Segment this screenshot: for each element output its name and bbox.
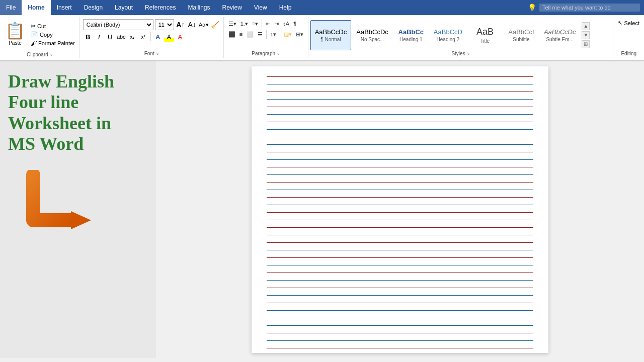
align-right-button[interactable]: ⬜	[245, 30, 255, 39]
worksheet-line	[267, 152, 533, 152]
editing-group-label: Editing	[616, 51, 641, 56]
superscript-button[interactable]: x²	[138, 32, 148, 42]
style-title[interactable]: AaB Title	[467, 20, 503, 50]
styles-scroll-up[interactable]: ▲	[582, 22, 590, 30]
bold-button[interactable]: B	[83, 32, 93, 42]
style-normal-label: ¶ Normal	[320, 37, 341, 42]
shading-button[interactable]: ▨▾	[282, 30, 293, 39]
styles-more[interactable]: ⊞	[582, 40, 590, 48]
editing-group: ↖ Select Editing	[613, 17, 644, 58]
font-name-select[interactable]: Calibri (Body)	[83, 19, 153, 30]
text-effects-button[interactable]: A	[153, 32, 163, 42]
align-left-button[interactable]: ⬛	[227, 30, 237, 39]
lightbulb-icon: 💡	[528, 4, 536, 12]
font-group: Calibri (Body) 11 A↑ A↓ Aα▾ 🧹 B I U abc …	[80, 17, 224, 58]
separator1	[150, 32, 151, 41]
sort-button[interactable]: ↕A	[281, 20, 291, 28]
worksheet-line	[267, 159, 533, 160]
worksheet-line	[267, 303, 533, 303]
multilevel-button[interactable]: ≡▾	[251, 20, 260, 28]
select-icon: ↖	[618, 20, 622, 26]
tab-review[interactable]: Review	[216, 0, 248, 15]
tab-insert[interactable]: Insert	[51, 0, 78, 15]
clipboard-group-label: Clipboard ↘	[3, 52, 76, 57]
left-panel: Draw English Four line Worksheet in MS W…	[0, 61, 156, 358]
show-formatting-button[interactable]: ¶	[292, 20, 298, 28]
search-area: 💡	[528, 0, 644, 15]
line-spacing-button[interactable]: ↕▾	[269, 30, 278, 39]
style-subtitle-label: Subtitle	[513, 37, 529, 42]
worksheet-line	[267, 174, 533, 175]
search-input[interactable]	[539, 4, 640, 12]
style-subtle-em[interactable]: AaBbCcDc Subtle Em...	[540, 20, 580, 50]
tab-home[interactable]: Home	[22, 0, 50, 15]
style-normal-preview: AaBbCcDc	[315, 28, 347, 36]
worksheet-line	[267, 137, 533, 137]
copy-button[interactable]: 📄 Copy	[29, 31, 76, 39]
increase-indent-button[interactable]: ⇥	[273, 20, 280, 28]
font-size-select[interactable]: 11	[155, 19, 174, 30]
tab-references[interactable]: References	[139, 0, 182, 15]
numbering-button[interactable]: 1.▾	[239, 20, 250, 28]
underline-button[interactable]: U	[105, 32, 115, 42]
style-subtitle-preview: AaBbCcI	[508, 28, 534, 36]
select-button[interactable]: ↖ Select	[616, 19, 641, 27]
paste-button[interactable]: 📋 Paste	[3, 20, 27, 47]
worksheet-line	[267, 235, 533, 235]
change-case-button[interactable]: Aα▾	[199, 20, 209, 30]
tab-view[interactable]: View	[248, 0, 273, 15]
format-painter-button[interactable]: 🖌 Format Painter	[29, 39, 76, 47]
worksheet-line	[267, 265, 533, 265]
worksheet-line	[267, 99, 533, 100]
clipboard-expand-icon[interactable]: ↘	[49, 52, 53, 57]
style-heading1[interactable]: AaBbCc Heading 1	[393, 20, 429, 50]
worksheet-line	[267, 288, 533, 288]
svg-marker-0	[71, 211, 91, 229]
style-heading2[interactable]: AaBbCcD Heading 2	[430, 20, 466, 50]
para-row1: ☰▾ 1.▾ ≡▾ ⇤ ⇥ ↕A ¶	[227, 19, 305, 28]
font-color-button[interactable]: A	[175, 32, 185, 42]
clipboard-group: 📋 Paste ✂ Cut 📄 Copy 🖌 Format Painter	[0, 17, 80, 58]
style-heading1-label: Heading 1	[399, 37, 423, 42]
tab-design[interactable]: Design	[78, 0, 109, 15]
styles-expand-icon[interactable]: ↘	[466, 51, 470, 56]
decrease-indent-button[interactable]: ⇤	[264, 20, 272, 28]
worksheet-line	[267, 212, 533, 213]
style-subtitle[interactable]: AaBbCcI Subtitle	[504, 20, 539, 50]
font-increase-button[interactable]: A↑	[176, 20, 186, 30]
justify-button[interactable]: ☰	[256, 30, 264, 39]
lined-paper	[267, 76, 533, 353]
strikethrough-button[interactable]: abc	[116, 32, 126, 42]
worksheet-line	[267, 122, 533, 122]
tab-file[interactable]: File	[0, 0, 22, 15]
worksheet-line	[267, 242, 533, 243]
worksheet-line	[267, 325, 533, 326]
bullets-button[interactable]: ☰▾	[227, 20, 238, 28]
font-decrease-button[interactable]: A↓	[187, 20, 197, 30]
worksheet-line	[267, 129, 533, 130]
styles-scroll-down[interactable]: ▼	[582, 31, 590, 39]
worksheet-line	[267, 76, 533, 77]
worksheet-line	[267, 333, 533, 333]
tab-mailings[interactable]: Mailings	[182, 0, 216, 15]
para-expand-icon[interactable]: ↘	[276, 51, 280, 56]
style-normal[interactable]: AaBbCcDc ¶ Normal	[310, 20, 352, 50]
highlight-button[interactable]: A	[164, 32, 174, 42]
subscript-button[interactable]: x₂	[127, 32, 137, 42]
italic-button[interactable]: I	[94, 32, 104, 42]
app-container: File Home Insert Design Layout Reference…	[0, 0, 644, 358]
sep3	[266, 30, 267, 39]
font-group-label: Font ↘	[83, 51, 220, 56]
tab-layout[interactable]: Layout	[109, 0, 139, 15]
ribbon-tabs: File Home Insert Design Layout Reference…	[0, 0, 297, 15]
style-no-spacing[interactable]: AaBbCcDc No Spac...	[352, 20, 392, 50]
clear-formatting-button[interactable]: 🧹	[210, 20, 220, 30]
borders-button[interactable]: ⊞▾	[294, 30, 305, 39]
cut-button[interactable]: ✂ Cut	[29, 22, 76, 30]
worksheet-line	[267, 107, 533, 107]
font-expand-icon[interactable]: ↘	[155, 51, 159, 56]
worksheet-line	[267, 280, 533, 281]
align-center-button[interactable]: ≡	[238, 30, 244, 38]
styles-group: AaBbCcDc ¶ Normal AaBbCcDc No Spac... Aa…	[308, 17, 614, 58]
tab-help[interactable]: Help	[273, 0, 298, 15]
